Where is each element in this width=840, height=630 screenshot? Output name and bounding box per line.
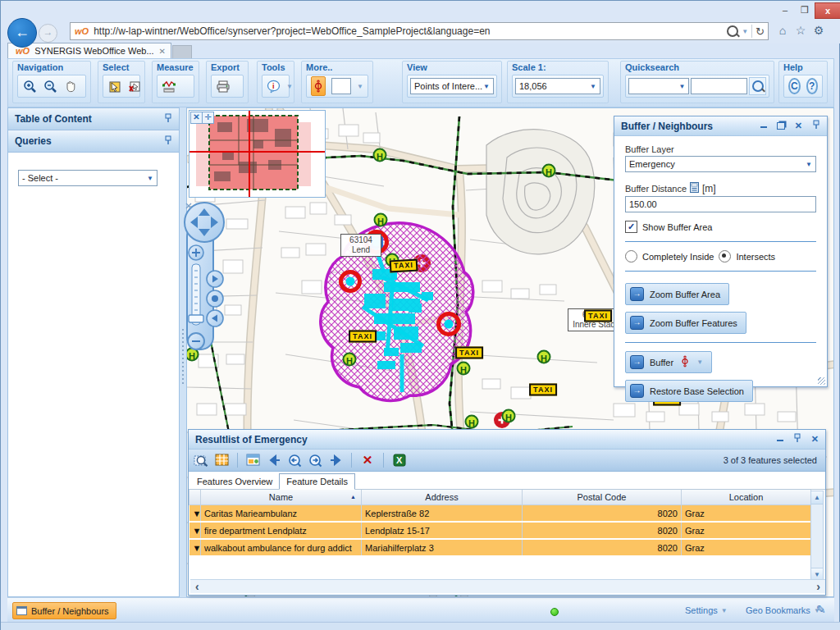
close-panel-icon[interactable]: ✕ — [811, 435, 819, 444]
minimize-panel-icon[interactable] — [760, 124, 767, 128]
table-row[interactable]: ▼ walkabout ambulance for durg addict Ma… — [189, 539, 811, 556]
quicksearch-select[interactable]: ▼ — [628, 78, 689, 94]
zoom-in-icon[interactable] — [22, 79, 37, 94]
sidebar-item-queries[interactable]: Queries — [8, 130, 179, 153]
back-button[interactable]: ← — [7, 18, 37, 48]
clear-selection-icon[interactable] — [127, 79, 141, 94]
quicksearch-input[interactable] — [691, 78, 747, 94]
forward-button[interactable]: → — [39, 24, 57, 43]
restore-panel-icon[interactable] — [777, 122, 785, 130]
quicksearch-go-icon[interactable] — [749, 77, 766, 95]
scale-select[interactable]: 18,056▼ — [515, 78, 600, 94]
tools-caret-icon[interactable]: ▼ — [286, 83, 293, 90]
help-button[interactable]: ? — [806, 78, 819, 94]
taskbar-buffer-neighbours[interactable]: Buffer / Neighbours — [12, 602, 116, 619]
sidebar-item-table-of-content[interactable]: Table of Content — [8, 108, 179, 130]
column-header-name[interactable]: Name▲ — [201, 490, 362, 505]
row-menu-icon[interactable]: ▼ — [189, 522, 201, 539]
bus-stop-marker[interactable]: H — [457, 362, 471, 376]
measure-icon[interactable] — [162, 79, 176, 94]
query-select[interactable]: - Select -▼ — [18, 170, 158, 186]
pin-icon[interactable] — [793, 433, 801, 445]
bus-stop-marker[interactable]: H — [502, 409, 516, 423]
scroll-right-icon[interactable]: › — [816, 580, 820, 593]
tab-close-icon[interactable]: ✕ — [158, 47, 167, 56]
table-row[interactable]: ▼ Caritas Marieambulanz Keplerstraße 82 … — [189, 505, 811, 523]
column-header-postal-code[interactable]: Postal Code — [523, 490, 682, 505]
zoom-buffer-area-button[interactable]: → Zoom Buffer Area — [625, 283, 729, 305]
zoom-to-selection-icon[interactable] — [194, 453, 208, 468]
search-icon[interactable] — [727, 25, 738, 37]
select-features-icon[interactable] — [107, 79, 121, 94]
pan-hand-icon[interactable] — [63, 79, 78, 94]
table-row[interactable]: ▼ fire department Lendplatz Lendplatz 15… — [189, 522, 811, 539]
browser-tab[interactable]: wO SYNERGIS WebOffice Web... ✕ — [7, 43, 171, 58]
bus-stop-marker[interactable]: H — [542, 164, 556, 178]
pin-icon[interactable] — [812, 120, 820, 132]
bus-stop-marker[interactable]: H — [374, 213, 388, 227]
show-buffer-area-checkbox[interactable]: ✓ — [625, 221, 637, 233]
map-navigation-control[interactable] — [183, 200, 227, 356]
bus-stop-marker[interactable]: H — [465, 415, 479, 429]
zoom-buffer-features-button[interactable]: → Zoom Buffer Features — [625, 312, 746, 334]
remove-selection-icon[interactable]: ✕ — [360, 453, 375, 468]
intersects-radio[interactable] — [719, 250, 731, 262]
print-icon[interactable] — [216, 79, 231, 94]
buffer-distance-input[interactable]: 150.00 — [625, 196, 816, 212]
search-caret-icon[interactable]: ▼ — [742, 28, 748, 35]
settings-gear-icon[interactable]: ⚙ — [810, 24, 828, 37]
previous-page-icon[interactable] — [267, 453, 281, 468]
zoom-next-icon[interactable] — [308, 453, 322, 468]
pin-icon[interactable] — [164, 113, 172, 125]
close-panel-icon[interactable]: ✕ — [795, 121, 802, 130]
scroll-left-icon[interactable]: ‹ — [195, 580, 199, 593]
info-tool-icon[interactable]: i — [267, 79, 281, 94]
maximize-window-icon[interactable]: ❒ — [795, 2, 815, 17]
attribute-table-icon[interactable] — [214, 453, 229, 468]
buffer-tool-icon[interactable] — [311, 76, 326, 96]
home-icon[interactable]: ⌂ — [774, 24, 792, 37]
overview-move-icon[interactable]: ✛ — [202, 112, 214, 124]
close-window-icon[interactable]: x — [815, 2, 840, 19]
scroll-up-icon[interactable]: ▲ — [811, 491, 823, 504]
minimize-panel-icon[interactable] — [777, 437, 783, 441]
url-text[interactable]: http://w-lap-wintner/WebOffice/synserver… — [94, 25, 727, 37]
zoom-out-icon[interactable] — [43, 79, 57, 94]
favorites-star-icon[interactable]: ☆ — [792, 24, 810, 37]
panel-titlebar[interactable]: Buffer / Neighbours ✕ — [614, 116, 827, 136]
resultlist-titlebar[interactable]: Resultlist of Emergency ✕ — [189, 430, 825, 450]
buffer-button[interactable]: → Buffer ▼ — [625, 351, 712, 373]
tab-features-overview[interactable]: Features Overview — [190, 474, 279, 490]
taxi-stand-marker[interactable]: TAXI — [349, 331, 377, 343]
bus-stop-marker[interactable]: H — [537, 350, 551, 364]
buffer-layer-select[interactable]: Emergency▼ — [625, 156, 816, 172]
contact-button[interactable]: C — [788, 78, 801, 94]
column-header-location[interactable]: Location — [682, 490, 811, 505]
buffer-caret-icon[interactable]: ▼ — [696, 358, 703, 366]
tab-feature-details[interactable]: Feature Details — [279, 473, 355, 490]
address-bar[interactable]: wO http://w-lap-wintner/WebOffice/synser… — [70, 22, 769, 40]
overview-map[interactable]: ✕ ✛ — [189, 110, 326, 198]
calculator-icon[interactable] — [690, 182, 699, 194]
refresh-icon[interactable]: ↻ — [756, 25, 765, 38]
export-excel-icon[interactable]: X — [392, 453, 407, 468]
more-caret-icon[interactable]: ▼ — [357, 83, 363, 90]
settings-menu[interactable]: Settings▼ — [685, 605, 728, 615]
overview-close-icon[interactable]: ✕ — [190, 112, 203, 124]
table-horizontal-scrollbar[interactable]: ‹ › — [190, 579, 825, 593]
taxi-stand-marker[interactable]: TAXI — [390, 259, 418, 273]
geo-bookmarks-menu[interactable]: Geo Bookmarks▼ — [746, 605, 820, 615]
row-menu-icon[interactable]: ▼ — [189, 505, 201, 523]
bus-stop-marker[interactable]: H — [373, 148, 387, 162]
edit-pencil-icon[interactable]: ✎ — [816, 603, 826, 616]
zoom-previous-icon[interactable] — [287, 453, 302, 468]
map-view-icon[interactable] — [246, 453, 261, 468]
completely-inside-radio[interactable] — [625, 250, 637, 262]
next-page-icon[interactable] — [328, 453, 343, 468]
taxi-stand-marker[interactable]: TAXI — [584, 310, 612, 322]
restore-base-selection-button[interactable]: → Restore Base Selection — [625, 380, 753, 402]
view-select[interactable]: Points of Intere...▼ — [410, 78, 494, 94]
taxi-stand-marker[interactable]: TAXI — [455, 347, 483, 359]
column-header-address[interactable]: Address — [362, 490, 523, 505]
pin-icon[interactable] — [164, 135, 172, 147]
